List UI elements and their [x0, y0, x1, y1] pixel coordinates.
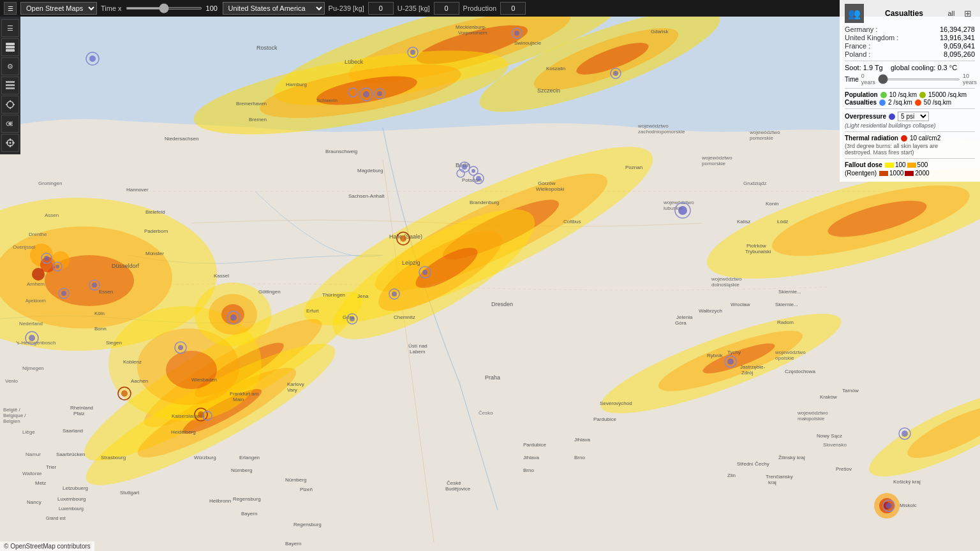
svg-text:Trybunalski: Trybunalski: [745, 249, 771, 254]
svg-text:Vorpommern: Vorpommern: [458, 30, 487, 36]
svg-text:województwo: województwo: [711, 276, 742, 282]
settings-button[interactable]: ⚙: [1, 57, 19, 75]
cas-dot-1: [879, 99, 886, 106]
svg-point-204: [92, 283, 97, 288]
svg-text:Slovensko: Slovensko: [823, 442, 847, 448]
svg-text:Kraków: Kraków: [820, 394, 837, 400]
svg-text:Nederland: Nederland: [19, 321, 43, 327]
svg-rect-248: [6, 43, 15, 45]
fallout-sq-2: [907, 163, 916, 168]
fallout-label: Fallout dose: [845, 161, 882, 168]
svg-point-247: [613, 71, 618, 76]
svg-text:Wallonie: Wallonie: [22, 471, 42, 476]
divider-4: [845, 131, 975, 132]
svg-point-220: [400, 235, 406, 242]
svg-text:Stuttgart: Stuttgart: [120, 490, 140, 496]
svg-text:Göttingen: Göttingen: [258, 289, 281, 295]
divider-2: [845, 88, 975, 89]
pop-dot-1: [880, 92, 887, 98]
panel-grid-icon[interactable]: ⊞: [961, 6, 975, 20]
svg-point-226: [230, 314, 237, 321]
crosshair-button[interactable]: [1, 134, 19, 152]
svg-text:Swinoujscie: Swinoujscie: [514, 40, 542, 46]
svg-point-196: [89, 55, 96, 62]
svg-text:Bielefeld: Bielefeld: [145, 209, 165, 215]
panel-action-icons: all ⊞: [944, 6, 975, 20]
svg-text:Brno: Brno: [523, 467, 534, 473]
time-slider[interactable]: [126, 7, 202, 10]
svg-text:Pardubice: Pardubice: [593, 416, 617, 422]
svg-text:Niedersachsen: Niedersachsen: [165, 136, 198, 142]
svg-text:Wałbrzych: Wałbrzych: [699, 308, 722, 314]
svg-text:Aachen: Aachen: [131, 378, 148, 384]
u235-input[interactable]: [434, 2, 459, 15]
attribution: © OpenStreetMap contributors: [0, 541, 94, 551]
layers-button[interactable]: [1, 38, 19, 56]
svg-text:Plzeň: Plzeň: [300, 487, 313, 492]
pu239-label: Pu-239 [kg]: [329, 4, 364, 12]
svg-text:Wiesbaden: Wiesbaden: [191, 377, 217, 383]
pop-label-1: 10 /sq.km: [889, 91, 917, 98]
map-source-select[interactable]: Open Street Maps: [20, 2, 97, 15]
svg-text:Bonn: Bonn: [94, 326, 107, 332]
svg-text:Brno: Brno: [574, 455, 585, 460]
explosion-button[interactable]: [1, 96, 19, 114]
production-input[interactable]: [500, 2, 526, 15]
target-button[interactable]: [1, 77, 19, 94]
svg-text:Heidelberg: Heidelberg: [171, 429, 196, 435]
svg-text:Tarnów: Tarnów: [842, 388, 859, 393]
svg-text:Münster: Münster: [145, 251, 164, 256]
svg-text:Mecklenburg-: Mecklenburg-: [456, 24, 487, 30]
svg-text:Heilbronn: Heilbronn: [209, 498, 231, 504]
svg-text:Namur: Namur: [26, 452, 41, 457]
svg-text:Poznań: Poznań: [625, 165, 642, 170]
time-value: 100: [206, 4, 219, 12]
svg-text:Letzubuerg: Letzubuerg: [63, 485, 88, 491]
region-select[interactable]: United States of America: [223, 2, 325, 15]
production-label: Production: [463, 4, 497, 12]
effects-button[interactable]: [1, 115, 19, 133]
svg-point-215: [471, 169, 475, 173]
svg-text:Severovýchod: Severovýchod: [600, 400, 632, 406]
overpressure-select[interactable]: 5 psi 1 psi 10 psi 15 psi: [898, 112, 929, 121]
svg-text:Rheinland: Rheinland: [70, 405, 93, 411]
svg-text:Arnhem: Arnhem: [27, 281, 45, 287]
svg-rect-253: [6, 87, 15, 89]
country-row-france: France : 9,059,641: [845, 42, 975, 50]
svg-text:Bayern: Bayern: [241, 511, 257, 517]
svg-text:Žilinský kraj: Žilinský kraj: [778, 455, 805, 460]
svg-text:Cottbus: Cottbus: [563, 219, 581, 224]
fallout-row-2: (Roentgen) 1000 2000: [845, 170, 975, 177]
svg-text:Chemnitz: Chemnitz: [394, 314, 415, 320]
svg-text:Metz: Metz: [35, 480, 46, 486]
population-legend-row: Population 10 /sq.km 15000 /sq.km: [845, 91, 975, 98]
svg-text:Konin: Konin: [766, 201, 778, 207]
svg-text:Piotrków: Piotrków: [746, 243, 766, 249]
overpressure-note: (Light residential buildings collapse): [845, 122, 975, 129]
map-container[interactable]: Rostock Lübeck Hamburg Bremerhaven Breme…: [0, 0, 980, 551]
panel-all-label[interactable]: all: [944, 6, 958, 20]
country-value-germany: 16,394,278: [940, 26, 975, 33]
svg-point-230: [121, 390, 128, 397]
menu-sidebar-button[interactable]: ☰: [1, 19, 19, 37]
svg-text:Radom: Radom: [777, 320, 794, 325]
menu-button[interactable]: ☰: [4, 2, 17, 15]
svg-text:Paderborn: Paderborn: [144, 228, 168, 234]
pu239-input[interactable]: [368, 2, 394, 15]
svg-text:Budějovice: Budějovice: [445, 486, 471, 492]
fallout-sq-4: [905, 171, 914, 176]
svg-text:pomorskie: pomorskie: [702, 161, 725, 166]
fallout-row: Fallout dose 100 500: [845, 161, 975, 168]
svg-text:Hannover: Hannover: [126, 187, 149, 193]
svg-text:Jelenia: Jelenia: [676, 314, 693, 320]
svg-point-213: [462, 165, 467, 170]
svg-text:dolnośląskie: dolnośląskie: [711, 282, 740, 288]
fallout-unit: (Roentgen): [845, 170, 877, 177]
svg-text:Rostock: Rostock: [256, 45, 278, 51]
svg-text:Nürnberg: Nürnberg: [285, 477, 306, 483]
divider-5: [845, 158, 975, 159]
svg-text:Nowy Sącz: Nowy Sącz: [817, 433, 842, 439]
time-panel-slider[interactable]: [878, 78, 960, 80]
svg-point-206: [363, 91, 369, 98]
svg-text:zachodniopomorskie: zachodniopomorskie: [638, 129, 685, 135]
